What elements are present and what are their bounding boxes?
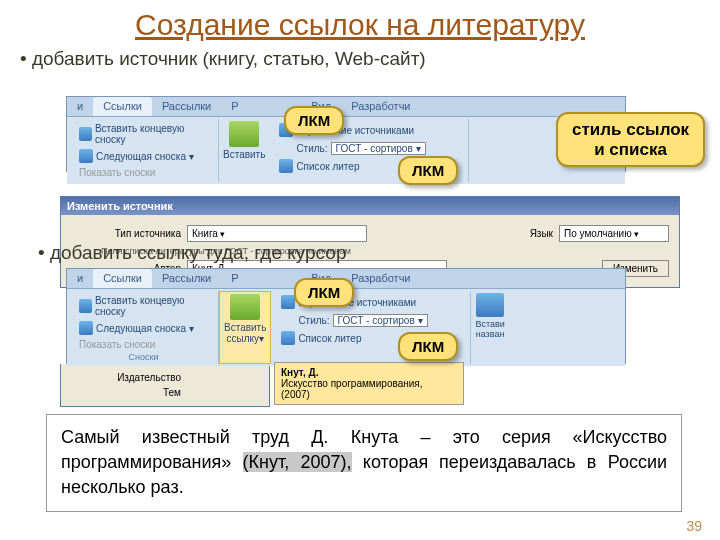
- next-footnote-button[interactable]: Следующая сноска ▾: [75, 147, 212, 165]
- endnote-icon: [79, 127, 92, 141]
- style-dropdown[interactable]: Стиль: ГОСТ - сортиров ▾: [277, 311, 464, 329]
- endnote-icon: [79, 299, 92, 313]
- tab[interactable]: Рассылки: [152, 97, 221, 116]
- tab[interactable]: Р: [221, 269, 301, 288]
- bullet-1: добавить источник (книгу, статью, Web-са…: [0, 44, 720, 74]
- footnotes-group: Вставить концевую сноску Следующая сноск…: [69, 119, 219, 182]
- slide-title: Создание ссылок на литературу: [0, 0, 720, 44]
- tooltip-author: Кнут, Д.: [281, 367, 457, 378]
- tab[interactable]: и: [67, 269, 93, 288]
- document-text: Самый известный труд Д. Кнута – это сери…: [46, 414, 682, 512]
- insert-caption-button[interactable]: Встави назван: [471, 291, 508, 364]
- tab[interactable]: Разработчи: [341, 97, 420, 116]
- page-number: 39: [686, 518, 702, 534]
- callout-lkm-4: ЛКМ: [398, 332, 458, 361]
- tab-row-1: и Ссылки Рассылки Р Вид Разработчи: [67, 97, 625, 117]
- tab[interactable]: Рассылки: [152, 269, 221, 288]
- doc-line1: Самый известный труд Д. Кнута – это сери…: [61, 427, 551, 447]
- biblio-icon: [281, 331, 295, 345]
- nextnote-icon: [79, 321, 93, 335]
- lang-label: Язык: [443, 228, 553, 239]
- tab[interactable]: и: [67, 97, 93, 116]
- biblio-icon: [279, 159, 293, 173]
- callout-style: стиль ссылок и списка: [556, 112, 705, 167]
- citation-icon: [230, 294, 260, 320]
- callout-lkm-3: ЛКМ: [294, 278, 354, 307]
- toolbar-1: Вставить концевую сноску Следующая сноск…: [67, 117, 625, 184]
- show-notes-button[interactable]: Показать сноски: [75, 165, 212, 180]
- insert-citation-button-active[interactable]: Вставить ссылку▾: [219, 291, 271, 364]
- publisher-label: Издательство: [71, 372, 181, 383]
- next-footnote-button[interactable]: Следующая сноска ▾: [75, 319, 212, 337]
- footnotes-group-2: Вставить концевую сноску Следующая сноск…: [69, 291, 219, 364]
- doc-citation[interactable]: (Кнут, 2007),: [243, 452, 352, 472]
- insert-endnote-button[interactable]: Вставить концевую сноску: [75, 293, 212, 319]
- group-caption: Сноски: [75, 352, 212, 362]
- dialog-footer: Издательство Тем: [60, 364, 270, 407]
- tooltip-work: Искусство программирования,: [281, 378, 457, 389]
- theme-label: Тем: [71, 387, 181, 398]
- insert-endnote-button[interactable]: Вставить концевую сноску: [75, 121, 212, 147]
- tab-references[interactable]: Ссылки: [93, 269, 152, 288]
- citation-tooltip[interactable]: Кнут, Д. Искусство программирования, (20…: [274, 362, 464, 405]
- doc-line2c: которая: [352, 452, 429, 472]
- callout-lkm-1: ЛКМ: [284, 106, 344, 135]
- style-dropdown[interactable]: Стиль: ГОСТ - сортиров ▾: [275, 139, 462, 157]
- style-icon: [279, 141, 293, 155]
- ribbon-1: и Ссылки Рассылки Р Вид Разработчи Встав…: [66, 96, 626, 172]
- caption-icon: [476, 293, 504, 317]
- bullet-2: добавить ссылку туда, где курсор: [18, 238, 346, 268]
- callout-lkm-2: ЛКМ: [398, 156, 458, 185]
- tooltip-year: (2007): [281, 389, 457, 400]
- tab-references[interactable]: Ссылки: [93, 97, 152, 116]
- lang-dropdown[interactable]: По умолчанию: [559, 225, 669, 242]
- nextnote-icon: [79, 149, 93, 163]
- citation-icon: [229, 121, 259, 147]
- insert-citation-button[interactable]: Вставить: [219, 119, 269, 182]
- style-icon: [281, 313, 295, 327]
- dialog-title: Изменить источник: [61, 197, 679, 215]
- show-notes-button[interactable]: Показать сноски: [75, 337, 212, 352]
